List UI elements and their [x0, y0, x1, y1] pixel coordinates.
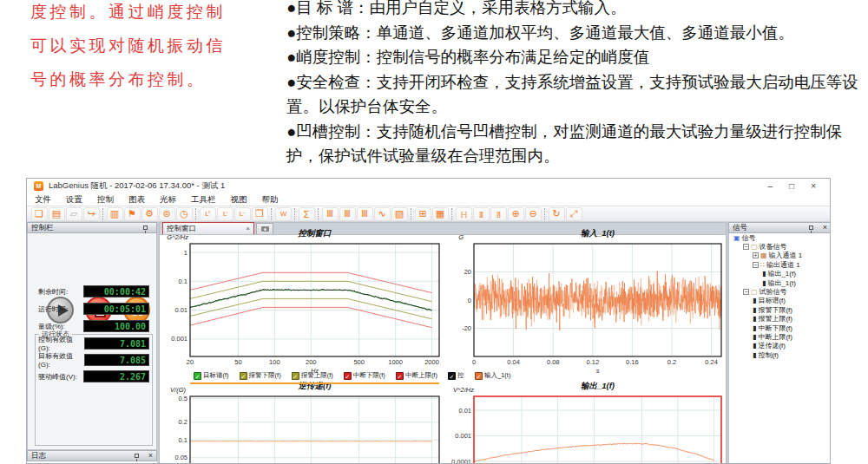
expand-icon[interactable]: +	[753, 252, 759, 258]
print-device-icon[interactable]: ▥	[107, 207, 123, 221]
legend-item[interactable]: ✓中断上限(f)	[396, 371, 437, 380]
menu-item[interactable]: 控制	[97, 194, 114, 206]
legend-item[interactable]: ✓报警上限(f)	[292, 371, 333, 380]
tree-item-label: 输入通道 1	[769, 251, 803, 260]
bar-chart-1-icon[interactable]: Ⅲ	[322, 207, 339, 221]
zoom-out-icon[interactable]: ⊖	[525, 207, 542, 221]
pin-icon[interactable]	[143, 225, 148, 230]
tree-item[interactable]: ▣信号	[729, 233, 831, 242]
menu-item[interactable]: 设置	[66, 194, 82, 206]
toolbar-separator	[318, 208, 319, 220]
grid-layout-icon[interactable]: ▦	[432, 207, 449, 221]
curve-chart-icon[interactable]: ∿	[374, 207, 391, 221]
tree-item[interactable]: ▮输出_1(f)	[729, 270, 831, 278]
collapse-icon[interactable]: −	[753, 262, 759, 268]
legend-checkbox[interactable]: ✓	[240, 372, 247, 380]
word-report-icon[interactable]: W	[275, 207, 292, 221]
svg-text:0.001: 0.001	[455, 432, 471, 440]
legend-item[interactable]: ✓输入_1(t)	[475, 371, 510, 380]
svg-text:0: 0	[468, 297, 471, 304]
sigma-analysis-icon[interactable]: Σ	[299, 207, 315, 221]
fit-screen-icon[interactable]: ⤢	[566, 207, 582, 221]
menu-item[interactable]: 光标	[160, 194, 176, 206]
pin-icon[interactable]	[135, 454, 139, 458]
chart-output-1f[interactable]: 0.010.0010.0001	[439, 392, 727, 464]
tree-item[interactable]: ▮中断上限(f)	[729, 332, 831, 341]
legend-checkbox[interactable]: ✓	[292, 372, 299, 380]
signals-panel-header[interactable]: 信号 ×	[728, 222, 831, 233]
tree-item[interactable]: ▮控制(f)	[729, 350, 831, 359]
legend-checkbox[interactable]: ✓	[344, 372, 352, 380]
menu-item[interactable]: 帮助	[262, 194, 279, 206]
tree-item[interactable]: ▮报警下限(f)	[729, 305, 831, 314]
svg-text:0.05: 0.05	[174, 454, 187, 461]
legend-item[interactable]: ✓目标谱(f)	[194, 371, 229, 380]
collapse-icon[interactable]: −	[743, 289, 749, 295]
bar-chart-2-icon[interactable]: Ⅲ	[339, 207, 356, 221]
v-cursor-icon[interactable]: [|]	[473, 207, 490, 221]
output-channel-icon: ∷	[760, 261, 765, 269]
zoom-in-icon[interactable]: ⊕	[508, 207, 524, 221]
refresh-icon[interactable]: ↻	[549, 207, 565, 221]
level-minus-icon[interactable]: L⁻	[234, 207, 251, 221]
close-panel-icon[interactable]: ×	[148, 452, 153, 460]
legend-checkbox[interactable]: ✓	[396, 372, 404, 380]
legend-checkbox[interactable]: ✓	[194, 372, 201, 380]
tree-item[interactable]: ▮目标谱(f)	[729, 297, 831, 305]
export-icon[interactable]: ↪	[83, 207, 100, 221]
menu-item[interactable]: 工具栏	[191, 194, 216, 206]
legend-checkbox[interactable]: ✓	[475, 372, 483, 380]
field-value-lcd: 00:00:42	[83, 285, 149, 297]
save-icon[interactable]: ▤	[49, 207, 65, 221]
legend-underline	[190, 382, 439, 384]
tree-item[interactable]: ▮逆传递(f)	[729, 342, 831, 350]
menu-item[interactable]: 文件	[35, 194, 51, 206]
h-cursor-icon[interactable]: [–]	[456, 207, 472, 221]
tree-item[interactable]: ▮输出_1(t)	[729, 278, 831, 287]
disc-icon[interactable]: ⊜	[159, 207, 175, 221]
slope-cursor-icon[interactable]: [/]	[490, 207, 507, 221]
tree-item[interactable]: −▢试验信号	[729, 287, 831, 296]
minimize-button[interactable]: –	[768, 181, 773, 191]
log-panel-header[interactable]: 日志 ×	[27, 450, 157, 461]
tree-item[interactable]: −▢设备信号	[729, 242, 831, 251]
menu-item[interactable]: 图表	[128, 194, 145, 206]
tree-item[interactable]: ▮中断下限(f)	[729, 323, 831, 332]
pin-icon[interactable]	[809, 225, 813, 230]
chart-control-window[interactable]: 20501002005001000200010.10.010.001Hz	[155, 239, 444, 374]
collapse-icon[interactable]: −	[743, 244, 749, 250]
close-button[interactable]: ×	[811, 181, 816, 191]
maximize-button[interactable]: □	[789, 181, 794, 191]
signal-leaf-icon: ▮	[753, 306, 756, 314]
tree-item-label: 试验信号	[760, 287, 787, 297]
chart-inverse-transfer[interactable]: 0.50.20.10.05	[155, 392, 444, 464]
legend-item[interactable]: ✓控	[448, 371, 464, 380]
signal-leaf-icon: ▮	[762, 270, 766, 278]
open-icon[interactable]: ▱	[66, 207, 82, 221]
tree-item[interactable]: −∷输出通道 1	[729, 260, 831, 269]
flag-icon[interactable]: ⚑	[124, 207, 141, 221]
tree-item-label: 中断上限(f)	[758, 332, 792, 342]
tree-item[interactable]: +▦输入通道 1	[729, 252, 831, 260]
tree-item-label: 设备信号	[760, 242, 787, 252]
window-layout-icon[interactable]: ❐	[252, 207, 268, 221]
chart-input-1t[interactable]: 00.040.080.120.160.20.24-20020s	[439, 239, 727, 374]
box-chart-icon[interactable]: ▧	[391, 207, 408, 221]
bar-chart-3-icon[interactable]: Ⅲ	[357, 207, 373, 221]
level-prime-icon[interactable]: L′	[217, 207, 233, 221]
legend-checkbox[interactable]: ✓	[448, 372, 456, 380]
link-channels-icon[interactable]: ⊞	[415, 207, 431, 221]
close-panel-icon[interactable]: ×	[823, 224, 827, 232]
legend-item[interactable]: ✓报警下限(f)	[240, 371, 281, 380]
menu-item[interactable]: 视图	[231, 194, 247, 206]
control-bar-header[interactable]: 控制栏	[27, 222, 157, 233]
settings-gear-icon[interactable]: ⚙	[141, 207, 158, 221]
tree-item[interactable]: ▮报警上限(f)	[729, 315, 831, 323]
title-bar: M LabGenius 随机 - 2017-02-06 17.34.00* - …	[27, 179, 830, 193]
schedule-clock-icon[interactable]: ◷	[176, 207, 193, 221]
legend-label: 报警下限(f)	[249, 371, 281, 380]
new-file-icon[interactable]: ❏	[31, 207, 48, 221]
level-degree-icon[interactable]: L°	[200, 207, 216, 221]
legend-item[interactable]: ✓中断下限(f)	[344, 371, 385, 380]
svg-text:0.08: 0.08	[547, 358, 560, 366]
